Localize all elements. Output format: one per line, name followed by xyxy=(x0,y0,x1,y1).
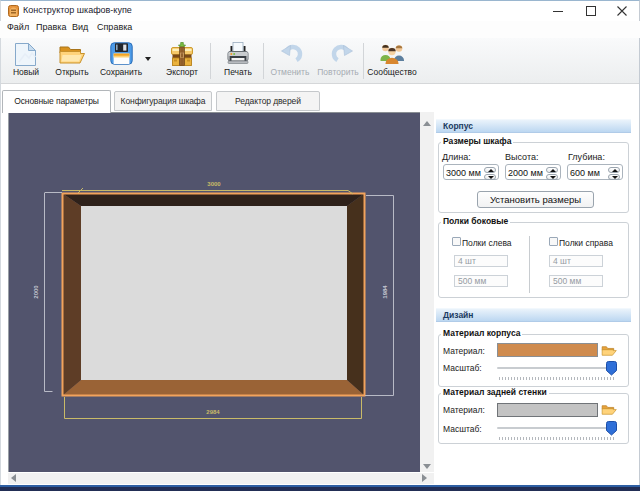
svg-text:2000: 2000 xyxy=(33,285,39,299)
svg-text:3000: 3000 xyxy=(207,181,221,187)
svg-text:2984: 2984 xyxy=(206,409,220,415)
svg-text:1984: 1984 xyxy=(382,285,388,299)
